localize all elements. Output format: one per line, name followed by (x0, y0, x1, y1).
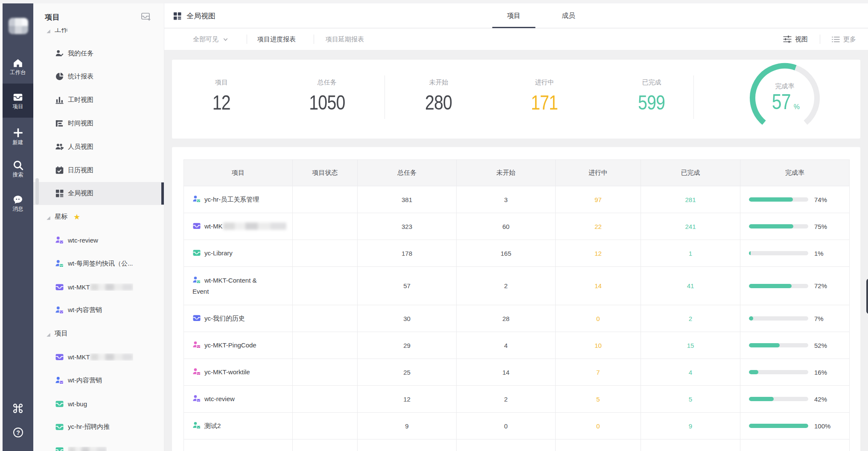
tree-item-wt-内容营销[interactable]: wt-内容营销 (33, 369, 164, 392)
table-row[interactable] (184, 439, 850, 451)
rail-item-search[interactable]: 搜索 (3, 152, 33, 186)
project-name-cell[interactable]: yc-MKT-PingCode (184, 332, 293, 359)
tree-item-wt-MKT[interactable]: wt-MKT (33, 345, 164, 369)
tree-caret-icon (46, 28, 51, 32)
rail-item-case[interactable]: 项目 (3, 84, 33, 118)
more-button[interactable]: 更多 (831, 29, 856, 50)
project-name-cell[interactable] (184, 439, 293, 451)
avatar[interactable] (9, 18, 28, 34)
tree-group-label: 工作 (55, 28, 68, 35)
tree-item-日历视图[interactable]: 日历视图 (33, 159, 164, 182)
table-row[interactable]: yc-我们的历史3028027% (184, 305, 850, 332)
tree-item-统计报表[interactable]: 统计报表 (33, 65, 164, 89)
completion-rate-cell: 74% (740, 186, 850, 213)
tree-item-yc-hr-招聘内推[interactable]: yc-hr-招聘内推 (33, 416, 164, 439)
table-row[interactable]: 测试29009100% (184, 413, 850, 439)
member-icon (55, 376, 64, 385)
table-row[interactable]: yc-Library1781651211% (184, 240, 850, 267)
not-started-cell: 14 (457, 359, 556, 386)
rail-item-home[interactable]: 工作台 (3, 49, 33, 84)
chevron-down-icon (223, 37, 228, 42)
app-rail: 工作台项目新建搜索消息? (3, 3, 33, 451)
project-name-cell[interactable]: wt-MKT-Content &Event (184, 267, 293, 305)
progress-bar-track (749, 370, 808, 374)
tree-item-wt-bug[interactable]: wt-bug (33, 392, 164, 416)
tree-item-时间视图[interactable]: 时间视图 (33, 112, 164, 135)
not-started-cell: 2 (457, 386, 556, 413)
briefcase-icon (192, 314, 201, 322)
tree-item-wt-MKT[interactable]: wt-MKT (33, 275, 164, 299)
progress-bar-track (749, 197, 808, 202)
done-cell: 281 (641, 186, 740, 213)
stats-icon (55, 72, 64, 81)
stat-进行中: 进行中171 (493, 60, 596, 113)
column-header-已完成: 已完成 (641, 160, 740, 186)
rail-item-plus[interactable]: 新建 (3, 119, 33, 153)
done-cell: 15 (641, 332, 740, 359)
report-delay-link[interactable]: 项目延期报表 (326, 29, 364, 50)
table-row[interactable]: wt-MK323602224175% (184, 213, 850, 240)
tree-group-项目[interactable]: 项目 (33, 322, 164, 345)
visibility-filter-dropdown[interactable]: 全部可见 (193, 29, 228, 50)
project-name-cell[interactable]: 测试2 (184, 413, 293, 439)
tree-item-label: 人员视图 (68, 143, 93, 151)
done-cell: 9 (641, 413, 740, 439)
member-icon (55, 306, 64, 315)
completion-rate-cell: 52% (740, 332, 850, 359)
rail-command-button[interactable] (3, 399, 33, 418)
project-status-cell (293, 359, 358, 386)
project-name-cell[interactable]: yc-hr-员工关系管理 (184, 186, 293, 213)
tree-item-wtc-review[interactable]: wtc-review (33, 228, 164, 252)
tree-item-人员视图[interactable]: 人员视图 (33, 135, 164, 159)
report-progress-link[interactable]: 项目进度报表 (257, 29, 296, 50)
total-tasks-cell: 29 (358, 332, 457, 359)
project-name: yc-hr-员工关系管理 (204, 196, 259, 203)
sidebar-scrollbar-thumb[interactable] (35, 178, 39, 205)
tree-caret-icon (46, 331, 51, 336)
total-tasks-cell: 30 (358, 305, 457, 332)
rail-item-message[interactable]: 消息 (3, 186, 33, 220)
svg-text:?: ? (16, 429, 20, 436)
project-name-cell[interactable]: wt-MK (184, 213, 293, 240)
project-name: wt-MK (204, 223, 223, 230)
not-started-cell: 165 (457, 240, 556, 267)
list-icon (831, 35, 840, 44)
main-header: 全局视图 项目 成员 (164, 3, 868, 28)
tab-projects[interactable]: 项目 (507, 3, 521, 28)
tree-item-wt-内容营销[interactable]: wt-内容营销 (33, 299, 164, 322)
project-name-cell[interactable]: yc-我们的历史 (184, 305, 293, 332)
tab-members[interactable]: 成员 (562, 3, 575, 28)
member-icon (192, 394, 201, 403)
rail-help-button[interactable]: ? (3, 423, 33, 442)
case-icon (55, 353, 64, 361)
member-icon (192, 276, 201, 284)
window-scrollbar-thumb[interactable] (866, 279, 868, 314)
tree-item-全局视图[interactable]: 全局视图 (33, 182, 164, 205)
message-icon (13, 194, 23, 205)
tree-item-我的任务[interactable]: 我的任务 (33, 42, 164, 65)
tree-item-clipped[interactable] (33, 439, 164, 451)
member-icon (192, 341, 201, 349)
table-row[interactable]: wtc-review1225542% (184, 386, 850, 413)
project-name-cell[interactable]: wtc-review (184, 386, 293, 413)
project-name-cell[interactable]: yc-Library (184, 240, 293, 267)
table-row[interactable]: yc-hr-员工关系管理38139728174% (184, 186, 850, 213)
tree-item-工时视图[interactable]: 工时视图 (33, 88, 164, 112)
progress-bar-track (749, 251, 808, 255)
table-row[interactable]: wt-MKT-Content &Event572144172% (184, 267, 850, 305)
completion-rate-cell: 16% (740, 359, 850, 386)
view-settings-button[interactable]: 视图 (783, 29, 808, 50)
tree-item-wt-每周签约快讯（公...[interactable]: wt-每周签约快讯（公... (33, 252, 164, 275)
table-row[interactable]: yc-MKT-PingCode294101552% (184, 332, 850, 359)
inbox-add-icon[interactable] (140, 11, 151, 24)
done-cell: 241 (641, 213, 740, 240)
table-row[interactable]: yc-MKT-worktile25147416% (184, 359, 850, 386)
progress-bar-fill (749, 424, 808, 428)
column-header-项目状态: 项目状态 (293, 160, 358, 186)
tree-group-工作[interactable]: 工作 (33, 28, 164, 42)
tree-group-星标[interactable]: 星标★ (33, 205, 164, 228)
progress-bar-fill (749, 370, 758, 374)
help-icon: ? (13, 427, 23, 438)
project-name-cell[interactable]: yc-MKT-worktile (184, 359, 293, 386)
not-started-cell: 28 (457, 305, 556, 332)
